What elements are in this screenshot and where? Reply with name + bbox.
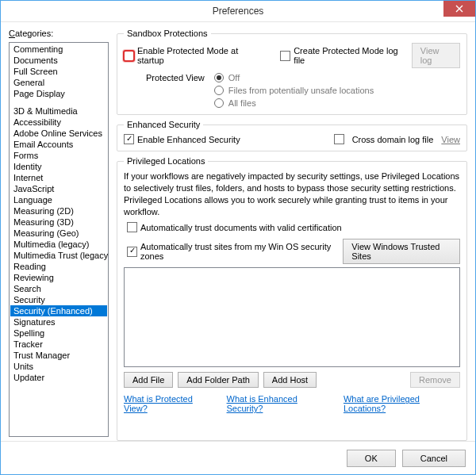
create-protected-mode-log-checkbox[interactable] bbox=[280, 51, 290, 61]
category-item[interactable]: Forms bbox=[10, 150, 107, 161]
category-item[interactable]: Measuring (2D) bbox=[10, 205, 107, 216]
auto-trust-valid-cert-label: Automatically trust documents with valid… bbox=[140, 223, 342, 232]
category-item[interactable]: Security (Enhanced) bbox=[10, 305, 107, 316]
category-item[interactable]: Trust Manager bbox=[10, 350, 107, 361]
auto-trust-valid-cert-checkbox[interactable] bbox=[127, 222, 137, 232]
category-item[interactable]: Measuring (Geo) bbox=[10, 228, 107, 239]
category-item[interactable]: Security bbox=[10, 294, 107, 305]
sandbox-protections-group: Sandbox Protections Enable Protected Mod… bbox=[117, 29, 467, 115]
auto-trust-os-zones-checkbox[interactable] bbox=[127, 247, 137, 257]
what-is-protected-view-link[interactable]: What is Protected View? bbox=[124, 394, 216, 413]
remove-button: Remove bbox=[410, 372, 460, 388]
category-item[interactable]: Search bbox=[10, 283, 107, 294]
add-folder-path-button[interactable]: Add Folder Path bbox=[178, 372, 259, 388]
category-item[interactable]: 3D & Multimedia bbox=[10, 105, 107, 117]
category-item[interactable]: JavaScript bbox=[10, 183, 107, 194]
category-item[interactable]: Reviewing bbox=[10, 272, 107, 283]
protected-view-all-label: All files bbox=[228, 98, 256, 108]
privileged-locations-description: If your workflows are negatively impacte… bbox=[124, 170, 460, 217]
category-item[interactable]: Multimedia Trust (legacy) bbox=[10, 250, 107, 261]
categories-listbox[interactable]: CommentingDocumentsFull ScreenGeneralPag… bbox=[9, 42, 109, 437]
cross-domain-log-label: Cross domain log file bbox=[352, 135, 434, 144]
category-item[interactable]: Adobe Online Services bbox=[10, 128, 107, 139]
add-host-button[interactable]: Add Host bbox=[263, 372, 317, 388]
view-log-button: View log bbox=[412, 43, 460, 68]
protected-view-off-label: Off bbox=[228, 73, 240, 82]
category-item[interactable]: Units bbox=[10, 361, 107, 372]
category-item[interactable]: Signatures bbox=[10, 316, 107, 328]
category-item[interactable]: General bbox=[10, 77, 107, 88]
category-item[interactable]: Language bbox=[10, 194, 107, 205]
privileged-locations-group: Privileged Locations If your workflows a… bbox=[117, 156, 467, 441]
close-icon bbox=[455, 5, 463, 13]
categories-label: Categories: bbox=[9, 29, 109, 38]
enable-protected-mode-checkbox[interactable] bbox=[124, 51, 134, 61]
category-item[interactable]: Multimedia (legacy) bbox=[10, 239, 107, 250]
protected-view-label: Protected View bbox=[146, 73, 205, 82]
what-is-enhanced-security-link[interactable]: What is Enhanced Security? bbox=[227, 394, 332, 413]
category-item[interactable]: Reading bbox=[10, 261, 107, 272]
enhanced-view-link[interactable]: View bbox=[441, 135, 460, 144]
cancel-button[interactable]: Cancel bbox=[402, 450, 466, 467]
category-item[interactable]: Tracker bbox=[10, 339, 107, 350]
protected-view-unsafe-label: Files from potentially unsafe locations bbox=[228, 86, 374, 95]
sandbox-legend: Sandbox Protections bbox=[124, 29, 211, 38]
create-protected-mode-log-label: Create Protected Mode log file bbox=[294, 46, 405, 65]
category-item[interactable]: Commenting bbox=[10, 44, 107, 55]
privileged-locations-list[interactable] bbox=[124, 267, 460, 367]
enhanced-security-group: Enhanced Security Enable Enhanced Securi… bbox=[117, 120, 467, 151]
protected-view-off-radio[interactable] bbox=[214, 73, 224, 82]
category-item[interactable]: Full Screen bbox=[10, 66, 107, 77]
privileged-locations-legend: Privileged Locations bbox=[124, 156, 208, 166]
auto-trust-os-zones-label: Automatically trust sites from my Win OS… bbox=[140, 242, 336, 261]
what-are-privileged-locations-link[interactable]: What are Privileged Locations? bbox=[344, 394, 460, 413]
window-title: Preferences bbox=[213, 6, 264, 17]
enhanced-security-legend: Enhanced Security bbox=[124, 120, 203, 129]
close-button[interactable] bbox=[443, 1, 475, 17]
category-item[interactable]: Updater bbox=[10, 372, 107, 383]
ok-button[interactable]: OK bbox=[347, 450, 396, 467]
titlebar: Preferences bbox=[1, 1, 475, 22]
category-item[interactable]: Page Display bbox=[10, 88, 107, 99]
preferences-window: Preferences Categories: CommentingDocume… bbox=[0, 0, 476, 475]
category-item[interactable]: Measuring (3D) bbox=[10, 216, 107, 228]
add-file-button[interactable]: Add File bbox=[124, 372, 173, 388]
category-item[interactable]: Email Accounts bbox=[10, 139, 107, 150]
category-item[interactable]: Internet bbox=[10, 172, 107, 183]
view-windows-trusted-sites-button[interactable]: View Windows Trusted Sites bbox=[343, 239, 460, 264]
enable-enhanced-security-checkbox[interactable] bbox=[124, 134, 134, 144]
category-item[interactable]: Identity bbox=[10, 161, 107, 172]
category-item[interactable]: Accessibility bbox=[10, 117, 107, 128]
enable-enhanced-security-label: Enable Enhanced Security bbox=[137, 135, 240, 144]
protected-view-unsafe-radio[interactable] bbox=[214, 86, 224, 95]
protected-view-all-radio[interactable] bbox=[214, 98, 224, 108]
enable-protected-mode-label: Enable Protected Mode at startup bbox=[137, 46, 260, 65]
category-item[interactable]: Documents bbox=[10, 55, 107, 66]
category-item[interactable]: Spelling bbox=[10, 328, 107, 339]
dialog-button-bar: OK Cancel bbox=[1, 441, 475, 474]
cross-domain-log-checkbox[interactable] bbox=[334, 134, 344, 144]
